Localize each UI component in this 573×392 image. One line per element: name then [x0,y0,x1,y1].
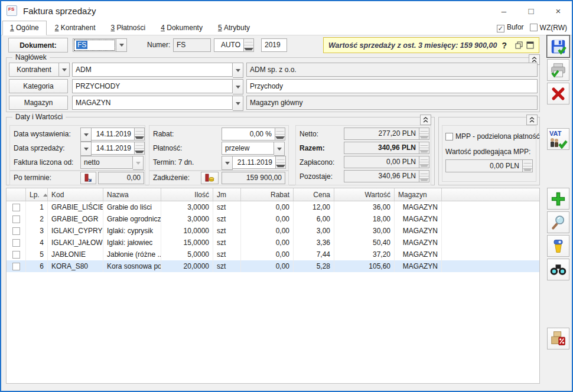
row-checkbox[interactable] [12,263,20,270]
data-sprzedazy-calendar-arrow[interactable] [80,142,92,156]
wzrw-checkbox-box[interactable] [530,24,538,31]
header-kod[interactable]: Kod [48,188,103,201]
dokument-combo-arrow[interactable] [116,38,127,52]
platnosc-combo[interactable]: przelew [222,142,285,155]
termin-picker[interactable]: 21.11.2019 [222,156,286,169]
table-row[interactable]: 2 GRABIE_OGR Grabie ogrodnicze 3,0000 sz… [6,213,539,225]
magazyn-button[interactable]: Magazyn [9,96,68,110]
row-checkbox[interactable] [12,215,20,223]
overdue-payments-icon[interactable] [80,172,96,184]
tab-ogolne[interactable]: 1 Ogólne [2,21,47,35]
header-wartosc[interactable]: Wartość [334,188,395,201]
header-ilosc[interactable]: Ilość [161,188,213,201]
numer-label: Numer: [147,41,170,49]
tab-atrybuty[interactable]: 5 Atrybuty [211,21,257,35]
numer-year-field[interactable]: 2019 [261,38,287,52]
help-icon[interactable]: ? [502,41,507,50]
vat-register-button[interactable]: VAT [547,128,569,150]
daty-collapse-button[interactable] [420,115,431,125]
row-checkbox[interactable] [12,239,20,247]
termin-spinner[interactable] [276,156,286,169]
header-cena[interactable]: Cena [294,188,334,201]
pozostaje-label: Pozostaje: [299,172,333,181]
kategoria-desc-field[interactable]: Przychody [246,79,538,93]
header-empty [442,188,539,201]
data-sprzedazy-picker[interactable]: 14.11.2019 [80,142,145,155]
maximize-button[interactable]: □ [517,1,545,20]
edit-item-button[interactable] [547,211,569,233]
termin-label: Termin: 7 dn. [153,158,194,166]
debt-book-icon[interactable] [201,172,219,184]
delete-item-button[interactable] [547,235,569,257]
close-button[interactable]: × [545,1,572,20]
data-wystawienia-spinner[interactable] [135,128,145,141]
table-row-selected[interactable]: 6 KORA_S80 Kora sosnowa po... 20,0000 sz… [6,260,539,272]
header-rabat[interactable]: Rabat [241,188,294,201]
mpp-collapse-button[interactable] [526,115,538,125]
rabat-spinner[interactable] [275,128,285,141]
kategoria-combo-arrow[interactable] [233,79,243,94]
header-magazyn[interactable]: Magazyn [395,188,442,201]
bufor-checkbox[interactable]: ✓Bufor [497,23,524,32]
discount-button[interactable] [547,328,569,349]
bufor-checkbox-box[interactable]: ✓ [497,25,504,32]
data-wystawienia-calendar-arrow[interactable] [80,128,92,142]
netto-value: 277,20 PLN [344,128,419,140]
tab-platnosci[interactable]: 3 Płatności [103,21,152,35]
magazyn-code-combo[interactable]: MAGAZYN [72,96,243,110]
table-row[interactable]: 5 JABŁONIE Jabłonie (różne ... 5,0000 sz… [6,249,539,260]
kontrahent-name-field: ADM sp. z o.o. [246,63,538,77]
mpp-checkbox[interactable]: MPP - podzielona płatność [445,132,540,141]
numer-prefix-field: FS [173,38,211,52]
header-select-column[interactable] [6,188,26,201]
add-item-button[interactable] [547,188,569,210]
kontrahent-code-combo[interactable]: ADM [72,63,243,77]
zaplacono-label: Zapłacono: [299,158,334,166]
razem-value: 340,96 PLN [344,142,419,154]
maximize-panel-icon[interactable] [526,41,534,49]
mpp-checkbox-box[interactable] [445,133,453,141]
print-button[interactable] [547,59,569,81]
header-nazwa[interactable]: Nazwa [103,188,161,201]
data-sprzedazy-label: Data sprzedaży: [14,144,65,152]
title-bar: FS Faktura sprzedaży – □ × [1,1,572,20]
restore-panel-icon[interactable] [515,41,523,49]
dokument-schema-combo[interactable]: FS [73,38,127,52]
zaplacono-field-group: 0,00 PLN [344,156,429,168]
minimize-button[interactable]: – [490,1,517,20]
save-button[interactable] [547,35,569,57]
header-lp[interactable]: Lp. [26,188,48,201]
tab-dokumenty[interactable]: 4 Dokumenty [154,21,210,35]
table-row[interactable]: 4 IGLAKI_JAŁOWI... Iglaki: jałowiec 15,0… [6,237,539,249]
numer-auto-spinner[interactable] [244,38,254,52]
magazyn-combo-arrow[interactable] [233,96,243,111]
liczona-od-combo-arrow [133,156,144,170]
data-sprzedazy-spinner[interactable] [135,142,145,155]
row-checkbox[interactable] [12,204,20,211]
vat-icon: VAT [549,130,568,149]
tab-kontrahent[interactable]: 2 Kontrahent [48,21,103,35]
wzrw-checkbox[interactable]: WZ(RW) [530,24,567,32]
data-wystawienia-label: Data wystawienia: [14,130,71,138]
kontrahent-button-arrow[interactable] [59,63,70,77]
platnosc-combo-arrow[interactable] [274,142,285,156]
data-wystawienia-picker[interactable]: 14.11.2019 [80,128,145,141]
kategoria-code-combo[interactable]: PRZYCHODY [72,79,243,93]
numer-auto-stepper[interactable]: AUTO [214,38,254,52]
rabat-stepper[interactable]: 0,00 % [222,128,285,141]
row-checkbox[interactable] [12,251,20,259]
kontrahent-combo-arrow[interactable] [233,63,243,78]
dokument-button[interactable]: Dokument: [8,38,68,53]
razem-field-group: 340,96 PLN [344,142,429,154]
kontrahent-button[interactable]: Kontrahent [9,63,59,77]
fs-document-icon: FS [6,5,17,16]
kategoria-button[interactable]: Kategoria [9,79,68,93]
find-item-button[interactable] [547,259,569,280]
table-row[interactable]: 3 IGLAKI_CYPRYS Iglaki: cyprysik 10,0000… [6,225,539,237]
header-jm[interactable]: Jm [213,188,241,201]
netto-label: Netto: [299,130,318,138]
cancel-button[interactable] [547,83,569,104]
termin-calendar-arrow[interactable] [222,156,233,170]
table-row[interactable]: 1 GRABIE_LIŚCIE Grabie do liści 3,0000 s… [6,201,539,213]
row-checkbox[interactable] [12,227,20,235]
